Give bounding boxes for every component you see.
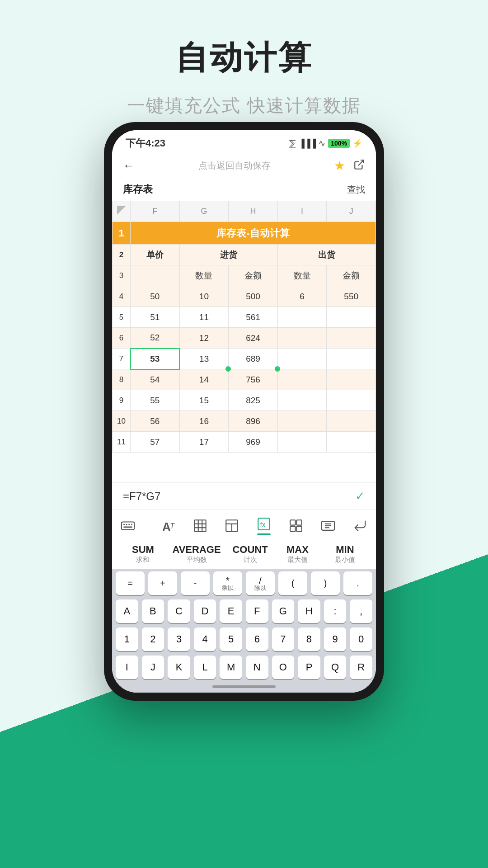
row-num-1: 1 — [113, 222, 131, 245]
key-2[interactable]: 2 — [142, 627, 164, 651]
key-N[interactable]: N — [246, 656, 268, 679]
formula-confirm-button[interactable]: ✓ — [355, 489, 365, 503]
key-C[interactable]: C — [168, 599, 190, 623]
col-header-H[interactable]: H — [229, 201, 278, 222]
key-F[interactable]: F — [246, 599, 268, 623]
row-num-3: 3 — [113, 265, 131, 286]
keyboard-alpha-row2: I J K L M N O P Q R — [112, 653, 376, 683]
selected-cell[interactable]: 53 — [131, 349, 180, 369]
key-1[interactable]: 1 — [116, 627, 138, 651]
text-format-btn[interactable]: A T — [156, 516, 180, 535]
svg-text:fx: fx — [260, 521, 266, 528]
key-comma[interactable]: , — [350, 599, 372, 623]
table-row: 7 53 13 689 — [113, 349, 376, 369]
key-7[interactable]: 7 — [272, 627, 295, 651]
bluetooth-icon: ⅀ — [289, 138, 296, 148]
table-btn[interactable] — [188, 516, 212, 535]
key-P[interactable]: P — [298, 656, 320, 679]
page-header: 自动计算 一键填充公式 快速计算数据 — [0, 0, 488, 118]
spreadsheet-area: F G H I J 1 库存表-自动计算 2 — [112, 201, 376, 482]
svg-text:T: T — [170, 522, 175, 529]
key-3[interactable]: 3 — [168, 627, 190, 651]
more-btn[interactable] — [316, 516, 340, 535]
svg-rect-23 — [296, 526, 301, 531]
key-O[interactable]: O — [272, 656, 295, 679]
keyboard-operator-row: = + - *乘以 /除以 ( ) . — [112, 569, 376, 597]
share-button[interactable] — [353, 159, 365, 173]
key-K[interactable]: K — [168, 656, 190, 679]
back-button[interactable]: ← — [123, 159, 135, 173]
keyboard-toolbar-btn[interactable] — [116, 516, 140, 535]
col-header-J[interactable]: J — [327, 201, 376, 222]
key-equals[interactable]: = — [116, 571, 145, 595]
table-row: 5 51 11 561 — [113, 307, 376, 328]
formula-btn[interactable]: fx — [252, 514, 276, 537]
key-D[interactable]: D — [194, 599, 216, 623]
page-subtitle: 一键填充公式 快速计算数据 — [0, 93, 488, 118]
key-I[interactable]: I — [116, 656, 138, 679]
key-R[interactable]: R — [350, 656, 372, 679]
key-divide[interactable]: /除以 — [246, 571, 275, 595]
keyboard-alpha-row1: A B C D E F G H : , — [112, 597, 376, 625]
key-H[interactable]: H — [298, 599, 320, 623]
status-icons: ⅀ ▐▐▐ ∿ 100% ⚡ — [289, 138, 362, 148]
cell-2-GH[interactable]: 进货 — [179, 245, 277, 265]
key-rparen[interactable]: ) — [311, 571, 340, 595]
sum-button[interactable]: SUM 求和 — [125, 544, 161, 564]
key-0[interactable]: 0 — [350, 627, 372, 651]
cell-2-F[interactable]: 单价 — [131, 245, 180, 265]
col-header-F[interactable]: F — [131, 201, 180, 222]
cell-2-IJ[interactable]: 出货 — [277, 245, 375, 265]
key-B[interactable]: B — [142, 599, 164, 623]
sheet-title: 库存表 — [123, 183, 153, 196]
key-plus[interactable]: + — [148, 571, 177, 595]
key-lparen[interactable]: ( — [278, 571, 307, 595]
key-Q[interactable]: Q — [324, 656, 347, 679]
enter-btn[interactable] — [348, 516, 372, 535]
formula-bar: =F7*G7 ✓ — [112, 482, 376, 509]
key-minus[interactable]: - — [181, 571, 210, 595]
key-M[interactable]: M — [220, 656, 242, 679]
key-dot[interactable]: . — [343, 571, 372, 595]
table-row: 8 54 14 756 — [113, 369, 376, 390]
key-G[interactable]: G — [272, 599, 295, 623]
max-button[interactable]: MAX 最大值 — [280, 544, 316, 564]
key-colon[interactable]: : — [324, 599, 347, 623]
key-A[interactable]: A — [116, 599, 138, 623]
cell-3-G: 数量 — [179, 265, 229, 286]
svg-rect-2 — [122, 522, 134, 529]
key-8[interactable]: 8 — [298, 627, 320, 651]
table-row: 4 50 10 500 6 550 — [113, 286, 376, 307]
nav-bar: ← 点击返回自动保存 ★ — [112, 154, 376, 178]
col-header-G[interactable]: G — [179, 201, 229, 222]
key-4[interactable]: 4 — [194, 627, 216, 651]
key-9[interactable]: 9 — [324, 627, 347, 651]
table-merged-title: 库存表-自动计算 — [131, 222, 376, 245]
home-indicator-area — [112, 683, 376, 693]
svg-text:A: A — [162, 520, 170, 533]
keyboard-num-row: 1 2 3 4 5 6 7 8 9 0 — [112, 625, 376, 653]
key-E[interactable]: E — [220, 599, 242, 623]
elements-btn[interactable] — [284, 516, 308, 535]
phone-mockup: 下午4:23 ⅀ ▐▐▐ ∿ 100% ⚡ ← 点击返回自动保存 ★ — [104, 122, 384, 701]
key-5[interactable]: 5 — [220, 627, 242, 651]
col-header-I[interactable]: I — [277, 201, 327, 222]
sheet-header: 库存表 查找 — [112, 178, 376, 201]
table-row: 11 57 17 969 — [113, 432, 376, 453]
find-button[interactable]: 查找 — [347, 184, 365, 196]
svg-line-0 — [358, 160, 364, 165]
layout-btn[interactable] — [220, 516, 244, 535]
table-row: 6 52 12 624 — [113, 328, 376, 349]
table-row: 10 56 16 896 — [113, 411, 376, 432]
average-button[interactable]: AVERAGE 平均数 — [172, 544, 221, 564]
formula-text[interactable]: =F7*G7 — [123, 490, 160, 503]
key-6[interactable]: 6 — [246, 627, 268, 651]
count-button[interactable]: COUNT 计次 — [232, 544, 268, 564]
svg-rect-20 — [290, 520, 295, 525]
key-J[interactable]: J — [142, 656, 164, 679]
key-multiply[interactable]: *乘以 — [213, 571, 242, 595]
key-L[interactable]: L — [194, 656, 216, 679]
favorite-button[interactable]: ★ — [334, 158, 345, 173]
corner-cell — [113, 201, 131, 222]
min-button[interactable]: MIN 最小值 — [327, 544, 363, 564]
